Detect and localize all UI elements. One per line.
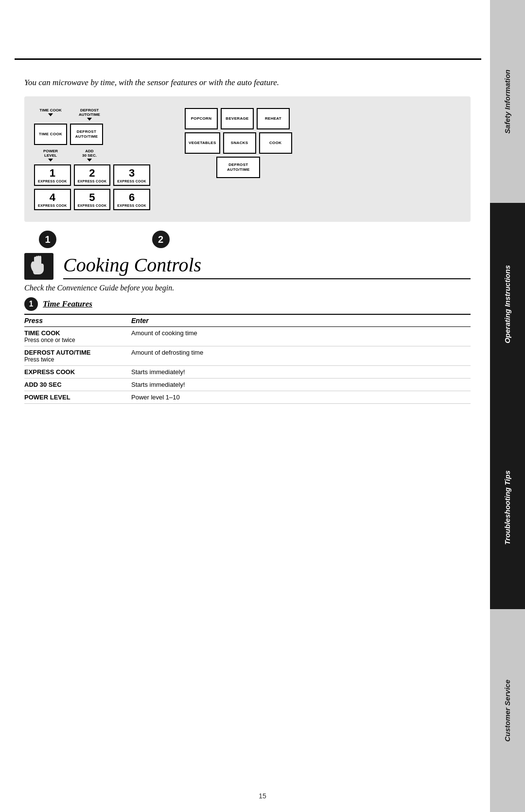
table-row: TIME COOK Press once or twice Amount of …: [24, 327, 471, 346]
time-features-title: Time Features: [43, 299, 92, 309]
check-text: Check the Convenience Guide before you b…: [24, 284, 471, 292]
keypad-row-3: 4 EXPRESS COOK 5 EXPRESS COOK 6 EXPRESS …: [34, 189, 170, 210]
circle-num-1: 1: [39, 231, 56, 248]
table-row: EXPRESS COOK Starts immediately!: [24, 366, 471, 379]
right-keypad-row-2: VEGETABLES SNACKS COOK: [185, 132, 292, 154]
table-cell-enter: Starts immediately!: [131, 379, 471, 391]
right-keypad-row-1: POPCORN BEVERAGE REHEAT: [185, 108, 292, 129]
table-row: DEFROST AUTO/TIME Press twice Amount of …: [24, 346, 471, 366]
beverage-key[interactable]: BEVERAGE: [221, 108, 254, 129]
time-cook-key[interactable]: TIME COOK: [34, 124, 67, 145]
vegetables-key[interactable]: VEGETABLES: [185, 132, 220, 154]
left-keypad: TIME COOK DEFROSTAUTO/TIME TIME COOK DEF…: [34, 108, 170, 210]
key-6[interactable]: 6 EXPRESS COOK: [113, 189, 150, 210]
table-cell-press: EXPRESS COOK: [24, 366, 131, 379]
features-table: Press Enter TIME COOK Press once or twic…: [24, 314, 471, 404]
hand-icon: [24, 253, 53, 280]
circle-numbers-row: 1 2: [24, 231, 471, 248]
time-features-circle: 1: [24, 297, 38, 311]
table-cell-enter: Power level 1–10: [131, 391, 471, 404]
defrost-autotime-key[interactable]: DEFROSTAUTO/TIME: [70, 124, 103, 145]
table-cell-enter: Amount of cooking time: [131, 327, 471, 346]
table-header-press: Press: [24, 314, 131, 327]
reheat-key[interactable]: REHEAT: [257, 108, 290, 129]
keypad-area: TIME COOK DEFROSTAUTO/TIME TIME COOK DEF…: [24, 96, 471, 222]
circle-num-2: 2: [152, 231, 170, 248]
keypad-row-1: TIME COOK DEFROSTAUTO/TIME: [34, 124, 170, 145]
sidebar-operating-label: Operating Instructions: [503, 265, 512, 343]
right-sidebar: Safety Information Operating Instruction…: [490, 0, 525, 812]
sidebar-troubleshooting-label: Troubleshooting Tips: [503, 470, 512, 545]
sidebar-customer-label: Customer Service: [503, 680, 512, 742]
table-row: ADD 30 SEC Starts immediately!: [24, 379, 471, 391]
table-cell-enter: Starts immediately!: [131, 366, 471, 379]
key-4[interactable]: 4 EXPRESS COOK: [34, 189, 71, 210]
main-content: You can microwave by time, with the sens…: [0, 0, 490, 423]
table-row: POWER LEVEL Power level 1–10: [24, 391, 471, 404]
table-cell-press: DEFROST AUTO/TIME Press twice: [24, 346, 131, 366]
page-number: 15: [259, 792, 266, 800]
table-cell-press: ADD 30 SEC: [24, 379, 131, 391]
sidebar-safety-label: Safety Information: [503, 70, 512, 134]
sidebar-troubleshooting: Troubleshooting Tips: [490, 406, 525, 609]
right-keypad: POPCORN BEVERAGE REHEAT VEGETABLES SNACK…: [185, 108, 292, 178]
table-cell-press: TIME COOK Press once or twice: [24, 327, 131, 346]
sidebar-safety: Safety Information: [490, 0, 525, 203]
time-features-header: 1 Time Features: [24, 297, 471, 311]
sidebar-customer: Customer Service: [490, 609, 525, 812]
key-2[interactable]: 2 EXPRESS COOK: [74, 164, 111, 186]
cook-key[interactable]: COOK: [259, 132, 292, 154]
intro-text: You can microwave by time, with the sens…: [24, 78, 471, 88]
sidebar-operating: Operating Instructions: [490, 203, 525, 406]
cooking-controls-title: Cooking Controls: [63, 253, 471, 279]
key-5[interactable]: 5 EXPRESS COOK: [74, 189, 111, 210]
right-keypad-row-3: DEFROSTAUTO/TIME: [185, 157, 292, 178]
table-cell-enter: Amount of defrosting time: [131, 346, 471, 366]
popcorn-key[interactable]: POPCORN: [185, 108, 218, 129]
snacks-key[interactable]: SNACKS: [223, 132, 256, 154]
section-title-area: Cooking Controls: [24, 253, 471, 280]
key-1[interactable]: 1 EXPRESS COOK: [34, 164, 71, 186]
keypad-row-2: 1 EXPRESS COOK 2 EXPRESS COOK 3 EXPRESS …: [34, 164, 170, 186]
key-3[interactable]: 3 EXPRESS COOK: [113, 164, 150, 186]
table-header-enter: Enter: [131, 314, 471, 327]
table-cell-press: POWER LEVEL: [24, 391, 131, 404]
defrost-key[interactable]: DEFROSTAUTO/TIME: [216, 157, 260, 178]
